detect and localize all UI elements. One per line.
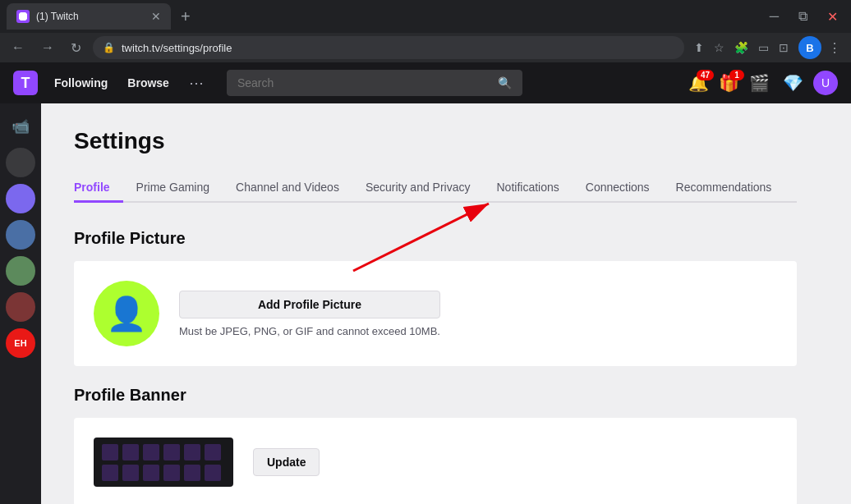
forward-button[interactable]: → (36, 37, 59, 58)
banner-pattern-svg (98, 440, 229, 485)
user-avatar[interactable]: U (813, 71, 838, 95)
twitch-logo[interactable]: T (13, 71, 38, 95)
browse-nav-item[interactable]: Browse (124, 73, 172, 93)
minimize-button[interactable]: ─ (763, 6, 785, 27)
svg-rect-11 (184, 465, 200, 481)
svg-rect-12 (205, 465, 221, 481)
browser-controls: ─ ⧉ ✕ (763, 6, 844, 28)
svg-rect-5 (184, 444, 200, 460)
tab-bar: (1) Twitch ✕ + ─ ⧉ ✕ (0, 0, 851, 33)
inbox-badge: 47 (697, 70, 714, 80)
extensions-icon[interactable]: 🧩 (731, 39, 752, 56)
tab-prime-gaming[interactable]: Prime Gaming (123, 174, 223, 203)
profile-banner-section-title: Profile Banner (74, 386, 797, 405)
browser-menu-button[interactable]: ⋮ (825, 39, 844, 57)
camera-icon: 📹 (12, 117, 30, 135)
twitch-header: T Following Browse ⋯ 🔍 🔔 47 🎁 1 🎬 💎 U (0, 62, 851, 103)
search-icon: 🔍 (498, 76, 512, 89)
tab-title: (1) Twitch (36, 11, 145, 22)
sidebar-avatar-4[interactable] (6, 256, 35, 286)
sidebar-icon[interactable]: ⊡ (775, 39, 792, 56)
cast-icon[interactable]: ▭ (755, 39, 772, 56)
following-nav-item[interactable]: Following (51, 73, 111, 93)
sidebar: 📹 EH (0, 103, 41, 504)
url-bar[interactable]: 🔒 twitch.tv/settings/profile (93, 36, 684, 59)
sidebar-avatar-3[interactable] (6, 220, 35, 250)
user-silhouette-icon: 👤 (106, 295, 147, 333)
sidebar-avatar-6[interactable]: EH (6, 328, 35, 358)
avatar-placeholder: 👤 (94, 281, 159, 346)
update-banner-button[interactable]: Update (253, 448, 320, 476)
tab-favicon (16, 10, 30, 23)
svg-rect-8 (122, 465, 139, 481)
profile-picture-section-title: Profile Picture (74, 229, 797, 248)
search-input[interactable] (237, 76, 491, 89)
sidebar-avatar-1[interactable] (6, 148, 35, 177)
svg-rect-9 (143, 465, 159, 481)
svg-rect-4 (163, 444, 180, 460)
profile-banner-card: Update (74, 418, 797, 504)
profile-picture-note: Must be JPEG, PNG, or GIF and cannot exc… (179, 325, 440, 337)
profile-picture-card: 👤 Add Profile Picture Must be JPEG, PNG,… (74, 261, 797, 366)
svg-rect-10 (163, 465, 180, 481)
tab-notifications[interactable]: Notifications (484, 174, 573, 203)
tab-security-privacy[interactable]: Security and Privacy (352, 174, 484, 203)
tab-recommendations[interactable]: Recommendations (663, 174, 785, 203)
svg-rect-3 (143, 444, 159, 460)
svg-rect-6 (205, 444, 221, 460)
svg-rect-1 (102, 444, 118, 460)
more-nav-button[interactable]: ⋯ (186, 71, 207, 95)
clips-icon[interactable]: 🎬 (746, 70, 773, 96)
reload-button[interactable]: ↻ (66, 37, 86, 59)
bookmark-icon[interactable]: ☆ (711, 39, 728, 56)
address-actions: ⬆ ☆ 🧩 ▭ ⊡ (691, 39, 792, 56)
header-nav: Following Browse ⋯ (51, 71, 207, 95)
alerts-button[interactable]: 🎁 1 (719, 73, 739, 93)
bits-icon[interactable]: 💎 (780, 70, 807, 96)
sidebar-camera-button[interactable]: 📹 (6, 112, 35, 141)
browser-chrome: (1) Twitch ✕ + ─ ⧉ ✕ ← → ↻ 🔒 twitch.tv/s… (0, 0, 851, 62)
banner-actions: Update (94, 438, 777, 487)
svg-rect-7 (102, 465, 118, 481)
svg-rect-2 (122, 444, 139, 460)
close-button[interactable]: ✕ (821, 6, 844, 28)
new-tab-button[interactable]: + (174, 7, 197, 26)
profile-pic-actions: Add Profile Picture Must be JPEG, PNG, o… (179, 291, 440, 337)
active-tab[interactable]: (1) Twitch ✕ (7, 3, 171, 30)
url-text: twitch.tv/settings/profile (122, 42, 674, 54)
back-button[interactable]: ← (7, 37, 30, 58)
twitch-app: T Following Browse ⋯ 🔍 🔔 47 🎁 1 🎬 💎 U (0, 62, 851, 504)
address-bar: ← → ↻ 🔒 twitch.tv/settings/profile ⬆ ☆ 🧩… (0, 33, 851, 62)
settings-container: Settings Profile Prime Gaming Channel an… (41, 103, 830, 504)
twitch-logo-text: T (21, 75, 30, 92)
search-bar[interactable]: 🔍 (227, 70, 522, 96)
inbox-button[interactable]: 🔔 47 (688, 73, 709, 93)
tab-channel-videos[interactable]: Channel and Videos (223, 174, 352, 203)
profile-button[interactable]: B (798, 36, 821, 59)
sidebar-avatar-2[interactable] (6, 184, 35, 213)
header-actions: 🔔 47 🎁 1 🎬 💎 U (688, 70, 838, 96)
extension-icons: B ⋮ (798, 36, 844, 59)
profile-pic-section: 👤 Add Profile Picture Must be JPEG, PNG,… (94, 281, 777, 346)
tab-profile[interactable]: Profile (74, 174, 123, 203)
tab-connections[interactable]: Connections (573, 174, 663, 203)
banner-preview (94, 438, 233, 487)
tab-close-button[interactable]: ✕ (151, 11, 161, 22)
page-title: Settings (74, 128, 797, 154)
lock-icon: 🔒 (103, 42, 115, 53)
sidebar-avatar-5[interactable] (6, 292, 35, 322)
main-layout: 📹 EH Settings Profile Prime Gaming Chann… (0, 103, 851, 504)
add-profile-picture-button[interactable]: Add Profile Picture (179, 291, 440, 318)
content-area: Settings Profile Prime Gaming Channel an… (41, 103, 851, 504)
restore-button[interactable]: ⧉ (792, 6, 814, 27)
share-icon[interactable]: ⬆ (691, 39, 707, 56)
settings-tabs: Profile Prime Gaming Channel and Videos … (74, 174, 797, 203)
alerts-badge: 1 (729, 70, 744, 80)
